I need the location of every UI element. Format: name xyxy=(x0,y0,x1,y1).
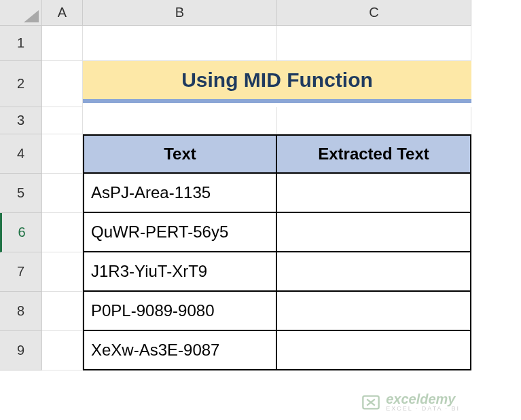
exceldemy-logo-icon xyxy=(361,393,380,412)
row-header-6[interactable]: 6 xyxy=(0,213,42,252)
cell-B3[interactable] xyxy=(83,107,277,134)
cell-C3[interactable] xyxy=(277,107,471,134)
cell-C8[interactable] xyxy=(277,292,471,331)
cell-A4[interactable] xyxy=(42,134,83,174)
row-header-3[interactable]: 3 xyxy=(0,107,42,134)
row-header-9[interactable]: 9 xyxy=(0,331,42,370)
cell-A8[interactable] xyxy=(42,292,83,331)
row-header-1[interactable]: 1 xyxy=(0,26,42,61)
row-header-8[interactable]: 8 xyxy=(0,292,42,331)
watermark-brand: exceldemy xyxy=(386,392,460,406)
row-header-7[interactable]: 7 xyxy=(0,252,42,292)
cell-B7[interactable]: J1R3-YiuT-XrT9 xyxy=(83,252,277,292)
cell-B9[interactable]: XeXw-As3E-9087 xyxy=(83,331,277,370)
cell-A5[interactable] xyxy=(42,174,83,213)
cell-A6[interactable] xyxy=(42,213,83,252)
title-merged-cell[interactable]: Using MID Function xyxy=(83,61,471,107)
cell-A7[interactable] xyxy=(42,252,83,292)
select-all-corner[interactable] xyxy=(0,0,42,26)
table-header-text[interactable]: Text xyxy=(83,134,277,174)
cell-C9[interactable] xyxy=(277,331,471,370)
cell-A3[interactable] xyxy=(42,107,83,134)
cell-B5[interactable]: AsPJ-Area-1135 xyxy=(83,174,277,213)
table-header-extracted[interactable]: Extracted Text xyxy=(277,134,471,174)
cell-C1[interactable] xyxy=(277,26,471,61)
cell-C5[interactable] xyxy=(277,174,471,213)
cell-B1[interactable] xyxy=(83,26,277,61)
watermark: exceldemy EXCEL · DATA · BI xyxy=(361,392,460,412)
cell-B8[interactable]: P0PL-9089-9080 xyxy=(83,292,277,331)
cell-A1[interactable] xyxy=(42,26,83,61)
page-title: Using MID Function xyxy=(83,61,471,103)
row-header-5[interactable]: 5 xyxy=(0,174,42,213)
spreadsheet-grid: A B C 1 2 Using MID Function 3 4 Text Ex… xyxy=(0,0,521,370)
col-header-A[interactable]: A xyxy=(42,0,83,26)
col-header-C[interactable]: C xyxy=(277,0,471,26)
watermark-sub: EXCEL · DATA · BI xyxy=(386,406,460,412)
cell-B6[interactable]: QuWR-PERT-56y5 xyxy=(83,213,277,252)
row-header-4[interactable]: 4 xyxy=(0,134,42,174)
cell-C7[interactable] xyxy=(277,252,471,292)
cell-C6[interactable] xyxy=(277,213,471,252)
cell-A2[interactable] xyxy=(42,61,83,107)
row-header-2[interactable]: 2 xyxy=(0,61,42,107)
cell-A9[interactable] xyxy=(42,331,83,370)
svg-rect-0 xyxy=(363,396,378,408)
col-header-B[interactable]: B xyxy=(83,0,277,26)
